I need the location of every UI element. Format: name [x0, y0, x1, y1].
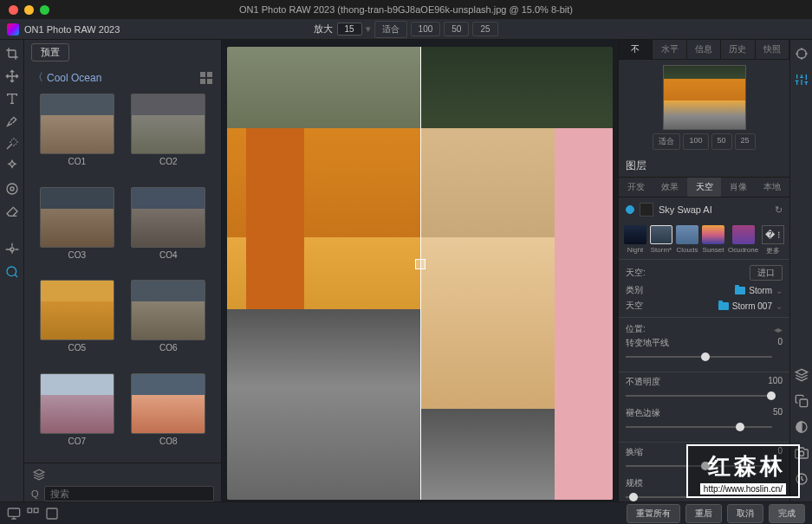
zoom-25[interactable]: 25	[472, 22, 497, 36]
layers-small-icon[interactable]	[33, 469, 45, 481]
search-tool-icon[interactable]	[5, 265, 19, 279]
horizon-slider[interactable]	[626, 351, 783, 363]
sky-preset-clouds[interactable]: Clouds	[676, 225, 698, 256]
edit-tab-portrait[interactable]: 肖像	[721, 177, 755, 197]
preset-co1[interactable]: CO1	[38, 94, 116, 180]
preset-co6[interactable]: CO6	[130, 280, 208, 366]
preset-co4[interactable]: CO4	[130, 187, 208, 274]
split-handle[interactable]	[415, 259, 425, 269]
sky-preset-more[interactable]: � ⁝ 更多	[762, 225, 784, 256]
svg-rect-13	[28, 508, 32, 513]
tab-info[interactable]: 信息	[687, 40, 721, 59]
edit-tab-sky[interactable]: 天空	[687, 177, 721, 197]
titlebar: ON1 Photo RAW 2023 (thong-tran-b9GJ8aOE9…	[0, 0, 812, 19]
tab-level[interactable]: 水平	[653, 40, 686, 59]
sky-preset-sunset[interactable]: Sunset	[702, 225, 724, 256]
bottom-bar: 重置所有 重后 取消 完成	[0, 501, 812, 524]
clone-icon[interactable]	[5, 182, 19, 196]
zoom-value[interactable]: 15	[336, 23, 361, 36]
tab-snapshot[interactable]: 快照	[756, 40, 789, 59]
mini-25[interactable]: 25	[735, 133, 756, 150]
tab-nav[interactable]: 不	[619, 40, 653, 59]
move-icon[interactable]	[5, 69, 19, 83]
eraser-icon[interactable]	[5, 204, 19, 218]
sky-select[interactable]: Storm 007	[732, 301, 772, 311]
app-name: ON1 Photo RAW 2023	[24, 24, 120, 35]
preset-co8[interactable]: CO8	[130, 373, 208, 460]
svg-rect-12	[8, 508, 19, 516]
svg-rect-15	[47, 508, 57, 519]
gear-icon[interactable]	[5, 243, 19, 256]
svg-rect-9	[800, 399, 808, 407]
text-icon[interactable]	[5, 92, 19, 106]
layers-icon[interactable]	[795, 368, 809, 382]
import-button[interactable]: 进口	[750, 265, 783, 281]
zoom-100[interactable]: 100	[411, 22, 441, 36]
mini-100[interactable]: 100	[683, 133, 708, 150]
zoom-50[interactable]: 50	[444, 22, 469, 36]
preset-back[interactable]: 〈Cool Ocean	[33, 70, 101, 85]
maximize-window[interactable]	[40, 5, 49, 15]
canvas-image[interactable]	[227, 47, 613, 500]
window-title: ON1 Photo RAW 2023 (thong-tran-b9GJ8aOE9…	[0, 4, 812, 15]
layers-title: 图层	[619, 155, 789, 177]
navigator-thumb[interactable]	[663, 65, 746, 130]
sky-preset-night[interactable]: Night	[624, 225, 646, 256]
copy-icon[interactable]	[795, 394, 809, 408]
target-icon[interactable]	[795, 47, 809, 61]
sky-swap-header[interactable]: Sky Swap AI ↻	[619, 197, 789, 222]
preset-co7[interactable]: CO7	[38, 373, 116, 460]
crop-icon[interactable]	[5, 47, 19, 61]
grid-view-icon[interactable]	[200, 72, 212, 84]
tool-rail	[0, 40, 24, 524]
grid-bottom-icon[interactable]	[26, 507, 40, 521]
wand-icon[interactable]	[5, 137, 19, 151]
edit-tab-develop[interactable]: 开发	[619, 177, 653, 197]
svg-point-3	[7, 267, 16, 276]
opacity-slider[interactable]	[626, 390, 783, 402]
single-bottom-icon[interactable]	[45, 507, 59, 521]
brush-icon[interactable]	[5, 114, 19, 128]
mini-fit[interactable]: 适合	[653, 133, 680, 150]
svg-point-1	[7, 184, 17, 194]
done-button[interactable]: 完成	[769, 504, 805, 523]
fade-slider[interactable]	[626, 421, 783, 433]
edit-tab-effects[interactable]: 效果	[653, 177, 686, 197]
sky-enable-toggle[interactable]	[626, 205, 634, 214]
folder-icon	[735, 287, 745, 294]
sky-thumb-icon	[640, 203, 653, 217]
sky-preset-storm[interactable]: Storm*	[650, 225, 672, 256]
zoom-fit[interactable]: 适合	[374, 21, 407, 38]
svg-point-0	[10, 187, 14, 191]
heal-icon[interactable]	[5, 159, 19, 173]
presets-panel: 预置 〈Cool Ocean CO1 CO2 CO3 CO4 CO5 CO6 C…	[24, 40, 222, 524]
edit-tab-local[interactable]: 本地	[756, 177, 789, 197]
sky-preset-ocudrone[interactable]: Ocudrone	[728, 225, 758, 256]
preset-co5[interactable]: CO5	[38, 280, 116, 366]
undo-button[interactable]: 重后	[685, 504, 722, 523]
screen-icon[interactable]	[7, 507, 21, 521]
sliders-icon[interactable]	[795, 73, 809, 87]
preset-co3[interactable]: CO3	[38, 187, 116, 274]
search-input[interactable]	[44, 486, 214, 501]
category-select[interactable]: Storm	[749, 286, 772, 295]
presets-header[interactable]: 预置	[31, 43, 69, 61]
sky-reset-icon[interactable]: ↻	[775, 204, 783, 216]
topbar: ON1 Photo RAW 2023 放大 15 ▾ 适合 100 50 25	[0, 19, 812, 40]
canvas: ▭ ◫ ⧉ 预习 ◑ ◉	[222, 40, 618, 524]
svg-point-8	[796, 49, 806, 59]
zoom-label: 放大	[314, 23, 333, 36]
tab-history[interactable]: 历史	[721, 40, 755, 59]
cancel-button[interactable]: 取消	[727, 504, 763, 523]
compare-splitter[interactable]	[420, 47, 421, 500]
reset-all-button[interactable]: 重置所有	[627, 504, 680, 523]
window-controls	[9, 5, 49, 15]
svg-rect-14	[34, 508, 38, 513]
mini-50[interactable]: 50	[711, 133, 732, 150]
minimize-window[interactable]	[24, 5, 34, 15]
mask-icon[interactable]	[795, 420, 809, 434]
preset-co2[interactable]: CO2	[130, 94, 208, 180]
close-window[interactable]	[9, 5, 18, 15]
folder-icon	[718, 302, 729, 310]
watermark: 红森林 http://www.hoslin.cn/	[686, 444, 800, 498]
